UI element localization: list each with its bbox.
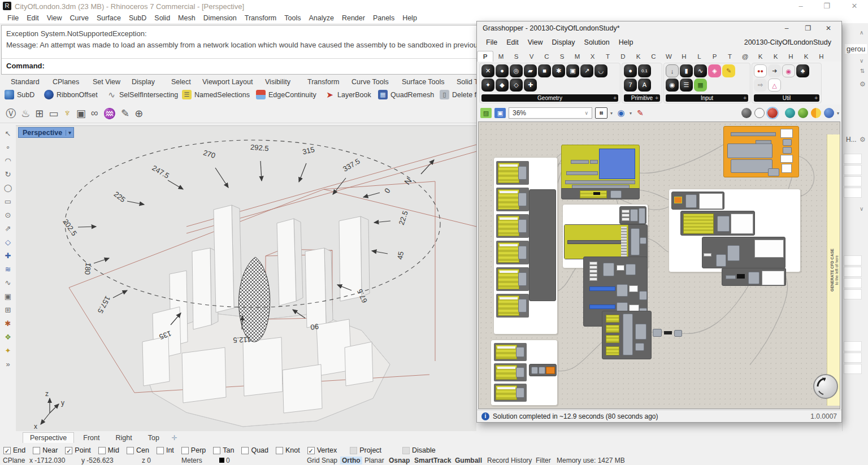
osnap-knot[interactable]: Knot — [276, 446, 300, 454]
gh-relay-icon[interactable]: ➜ — [768, 64, 781, 77]
preview-wire-icon[interactable] — [754, 108, 765, 118]
gh-component[interactable] — [635, 324, 646, 340]
gh-tab[interactable]: X — [585, 51, 600, 62]
preview-blue-icon[interactable] — [824, 108, 834, 118]
point-icon[interactable]: ∘ — [6, 144, 10, 151]
checkbox[interactable] — [213, 447, 220, 454]
render-tool-icon[interactable]: ✦ — [5, 347, 11, 354]
close-button[interactable]: ✕ — [842, 0, 867, 12]
tab-viewport-layout[interactable]: Viewport Layout — [202, 78, 253, 86]
vptab-front[interactable]: Front — [76, 433, 106, 443]
target-icon[interactable]: ⊕ — [134, 107, 143, 120]
preview-overlay-icon[interactable] — [811, 108, 821, 118]
menu-mesh[interactable]: Mesh — [174, 14, 199, 22]
toggle-smarttrack[interactable]: SmartTrack — [414, 457, 451, 464]
vptab-top[interactable]: Top — [141, 433, 166, 443]
gh-mini-panel[interactable] — [683, 214, 714, 234]
edgecontinuity-button[interactable]: EdgeContinuity — [256, 90, 316, 99]
gh-component-icon[interactable]: ◎ — [510, 64, 523, 77]
gh-tab[interactable]: S — [554, 51, 570, 62]
gh-slider[interactable] — [756, 140, 771, 144]
circle-icon[interactable]: ◯ — [4, 184, 12, 192]
gh-slider[interactable] — [565, 180, 635, 184]
gh-sphere-icon[interactable]: ◉ — [782, 64, 795, 77]
frames-icon[interactable]: ⊞ — [35, 107, 44, 120]
zoom-dropdown[interactable]: 36% ∨ — [509, 107, 592, 119]
panel-tab-h[interactable]: H... — [846, 136, 857, 144]
gh-component[interactable] — [783, 139, 792, 146]
quadremesh-button[interactable]: ▦ QuadRemesh — [378, 90, 434, 99]
gh-component[interactable] — [748, 272, 760, 284]
checkbox[interactable] — [402, 447, 410, 454]
panel-field[interactable] — [844, 165, 862, 175]
toggle-planar[interactable]: Planar — [364, 457, 384, 464]
osnap-cen[interactable]: Cen — [127, 446, 149, 454]
gh-menu-edit[interactable]: Edit — [502, 38, 523, 46]
zoom-extents-icon[interactable]: ⌗ — [595, 107, 607, 119]
sphere-tool-icon[interactable]: ✚ — [5, 252, 11, 259]
dropdown-icon[interactable]: ▾ — [837, 111, 839, 116]
gh-subgroup[interactable] — [561, 188, 640, 199]
gh-relay-open-icon[interactable]: ⇨ — [754, 79, 767, 92]
gh-group-label[interactable]: Util+ — [754, 94, 819, 102]
gh-component-icon[interactable]: ▰ — [524, 64, 537, 77]
panel-field[interactable] — [844, 188, 862, 198]
gh-component[interactable] — [631, 228, 640, 255]
menu-analyze[interactable]: Analyze — [305, 14, 337, 22]
toggle-ortho[interactable]: Ortho — [340, 457, 362, 464]
gh-tab[interactable]: P — [707, 51, 722, 62]
menu-help[interactable]: Help — [398, 14, 421, 22]
osnap-end[interactable]: ✓End — [3, 446, 25, 454]
gh-dark-chip[interactable] — [737, 274, 745, 279]
menu-solid[interactable]: Solid — [150, 14, 174, 22]
delete-faces-button[interactable]: ▯ Delete fa — [440, 90, 480, 99]
gh-tab[interactable]: H — [783, 51, 798, 62]
gh-component[interactable] — [496, 188, 529, 211]
namedselections-button[interactable]: ☰ NamedSelections — [182, 90, 250, 99]
gh-canvas[interactable]: GENERATE CFD CASE to the left of here — [478, 121, 840, 409]
gh-knob-icon[interactable]: ◉ — [666, 79, 679, 92]
status-cplane[interactable]: CPlane — [3, 457, 25, 464]
gh-component-icon[interactable]: 7 — [624, 79, 637, 92]
gh-titlebar[interactable]: Grasshopper - 200130-CityOfLondonStudy* … — [477, 21, 841, 35]
dropdown-icon[interactable]: ▾ — [630, 111, 632, 116]
menu-dimension[interactable]: Dimension — [199, 14, 241, 22]
osnap-project[interactable]: Project — [350, 446, 381, 454]
box-tool-icon[interactable]: ◇ — [5, 238, 11, 246]
menu-tools[interactable]: Tools — [280, 14, 305, 22]
gh-component-icon[interactable]: ◡ — [594, 64, 607, 77]
grass-icon[interactable]: ♒ — [103, 107, 116, 120]
viewport-dropdown-icon[interactable]: ▾ — [66, 130, 71, 136]
field-dropdown-icon[interactable]: ∨ — [860, 206, 863, 212]
gh-tab[interactable]: M — [570, 51, 585, 62]
gh-component[interactable] — [717, 216, 730, 232]
gh-slider[interactable] — [726, 275, 736, 279]
gh-component-icon[interactable]: ● — [496, 64, 509, 77]
gear-icon[interactable]: ⚙ — [860, 80, 866, 88]
osnap-mid[interactable]: Mid — [98, 446, 119, 454]
preview-shaded-icon[interactable] — [767, 108, 778, 118]
gh-panel[interactable] — [629, 285, 638, 292]
gh-component[interactable] — [617, 284, 628, 297]
box-icon[interactable]: ▣ — [76, 107, 86, 120]
gh-component[interactable] — [685, 194, 697, 208]
osnap-disable[interactable]: Disable — [402, 446, 436, 454]
gh-subgroup[interactable] — [564, 224, 648, 259]
gh-tab-params[interactable]: P — [477, 51, 493, 62]
spiral-icon[interactable]: ↻ — [5, 171, 11, 178]
gh-blue-slider[interactable] — [589, 305, 615, 309]
gh-tab[interactable]: C — [646, 51, 661, 62]
menu-transform[interactable]: Transform — [241, 14, 281, 22]
gh-component-icon[interactable]: ▣ — [566, 64, 579, 77]
status-layer[interactable]: 0 — [219, 457, 230, 464]
osnap-perp[interactable]: Perp — [181, 446, 206, 454]
tab-display[interactable]: Display — [132, 78, 155, 86]
gh-mini-panel[interactable] — [606, 315, 619, 323]
gh-subgroup[interactable] — [680, 211, 755, 236]
gh-component[interactable] — [768, 168, 779, 176]
gh-group-top-middle[interactable] — [561, 145, 640, 199]
gh-tab[interactable]: V — [524, 51, 539, 62]
gh-component[interactable] — [731, 159, 772, 173]
tab-cplanes[interactable]: CPlanes — [53, 78, 79, 86]
tab-transform[interactable]: Transform — [307, 78, 340, 86]
